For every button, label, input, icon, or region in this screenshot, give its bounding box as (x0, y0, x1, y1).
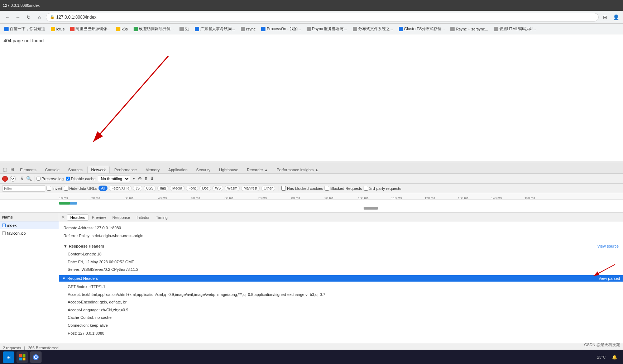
filter-type-all[interactable]: All (99, 186, 107, 191)
bookmark-processon[interactable]: ProcessOn - 我的... (259, 25, 303, 32)
status-requests: 2 requests (3, 346, 21, 350)
stop-button[interactable]: ⟳ (10, 176, 16, 182)
details-tab-timing[interactable]: Timing (153, 215, 171, 220)
filter-type-img[interactable]: Img (157, 186, 168, 191)
taskbar-apps (30, 351, 42, 363)
details-tab-headers[interactable]: Headers (67, 214, 88, 221)
request-headers-toggle[interactable]: ▼ Request Headers (62, 276, 98, 281)
bookmark-icon-wangyi (134, 27, 138, 31)
tick-120ms: 120 ms (425, 196, 435, 200)
responsive-icon[interactable]: ⊞ (9, 166, 15, 173)
bookmark-51[interactable]: 51 (177, 26, 191, 32)
tab-elements[interactable]: Elements (16, 166, 40, 173)
req-connection-row: Connection: keep-alive (68, 322, 619, 330)
filter-type-font[interactable]: Font (186, 186, 198, 191)
has-blocked-cookies-checkbox[interactable]: Has blocked cookies (281, 186, 323, 191)
details-tab-preview[interactable]: Preview (89, 215, 109, 220)
tick-90ms: 90 ms (325, 196, 334, 200)
tab-sources[interactable]: Sources (64, 166, 86, 173)
file-item-index[interactable]: index (0, 221, 59, 229)
preserve-log-checkbox[interactable]: Preserve log (37, 177, 64, 181)
filter-type-wasm[interactable]: Wasm (225, 186, 240, 191)
hide-data-urls-input[interactable] (64, 186, 68, 191)
bookmark-glusterfs[interactable]: GlusterFS分布式存储... (397, 25, 447, 32)
has-blocked-cookies-input[interactable] (281, 186, 286, 191)
accept-key: Accept: (68, 292, 82, 297)
third-party-input[interactable] (364, 186, 368, 191)
bookmark-icon-lotus (51, 27, 55, 31)
details-tab-initiator[interactable]: Initiator (134, 215, 152, 220)
preserve-log-input[interactable] (37, 177, 40, 181)
blocked-requests-label: Blocked Requests (330, 186, 362, 191)
bookmark-guangdong[interactable]: 广东省人事考试局... (193, 25, 237, 32)
wifi-icon[interactable]: ⊝ (138, 176, 142, 181)
download-icon[interactable]: ⬇ (150, 176, 154, 181)
back-button[interactable]: ← (3, 13, 11, 21)
filter-type-fetchxhr[interactable]: Fetch/XHR (109, 186, 131, 191)
reload-button[interactable]: ↻ (24, 13, 33, 21)
start-button[interactable]: ⊞ (3, 351, 14, 363)
filter-type-css[interactable]: CSS (144, 186, 156, 191)
address-bar[interactable]: 🔒 127.0.0.1:8080/index (46, 13, 599, 21)
invert-checkbox[interactable]: Invert (47, 186, 62, 191)
tab-performance[interactable]: Performance (110, 166, 141, 173)
inspect-icon[interactable]: ⬚ (1, 166, 8, 173)
network-toolbar: ⟳ ⊽ 🔍 Preserve log Disable cache No thro… (0, 174, 623, 184)
invert-input[interactable] (47, 186, 51, 191)
filter-type-manifest[interactable]: Manifest (241, 186, 260, 191)
bookmark-rsync[interactable]: rsync (239, 26, 258, 32)
filter-type-ws[interactable]: WS (212, 186, 223, 191)
filter-type-media[interactable]: Media (170, 186, 184, 191)
taskbar-app-1[interactable] (16, 351, 28, 363)
blocked-requests-checkbox[interactable]: Blocked Requests (325, 186, 362, 191)
taskbar-app-browser[interactable] (30, 351, 42, 363)
filter-icon[interactable]: ⊽ (20, 176, 24, 181)
home-button[interactable]: ⌂ (35, 13, 44, 21)
bookmark-k8s[interactable]: k8s (114, 26, 130, 32)
view-parsed-link[interactable]: View parsed (599, 276, 620, 281)
tab-recorder[interactable]: Recorder ▲ (243, 166, 272, 173)
filter-type-js[interactable]: JS (133, 186, 142, 191)
forward-button[interactable]: → (14, 13, 22, 21)
tick-10ms: 10 ms (59, 196, 68, 200)
record-button[interactable] (2, 176, 8, 182)
response-headers-toggle[interactable]: ▼ Response Headers (63, 243, 104, 250)
disable-cache-input[interactable] (66, 177, 70, 181)
bookmark-baidu[interactable]: 百度一下，你就知道 (2, 25, 47, 32)
tab-performance-insights[interactable]: Performance insights ▲ (273, 166, 322, 173)
blocked-requests-input[interactable] (325, 186, 329, 191)
filter-input[interactable] (2, 185, 45, 192)
bookmark-distributed[interactable]: 分布式文件系统之... (351, 25, 395, 32)
details-tab-response[interactable]: Response (110, 215, 133, 220)
referrer-policy-text: Referrer Policy: strict-origin-when-cros… (63, 234, 143, 238)
filter-type-doc[interactable]: Doc (200, 186, 211, 191)
tab-network[interactable]: Network (87, 166, 110, 173)
tab-lighthouse[interactable]: Lighthouse (215, 166, 242, 173)
extensions-button[interactable]: ⊞ (601, 13, 609, 21)
hide-data-urls-checkbox[interactable]: Hide data URLs (64, 186, 97, 191)
throttle-select[interactable]: No throttling (98, 176, 130, 182)
tab-memory[interactable]: Memory (142, 166, 164, 173)
tab-application[interactable]: Application (164, 166, 192, 173)
view-source-link[interactable]: View source (597, 244, 619, 248)
bookmark-wangyi[interactable]: 欢迎访问网易开源... (131, 25, 176, 32)
throttle-dropdown-icon[interactable]: ▼ (132, 177, 136, 181)
file-item-favicon[interactable]: favicon.ico (0, 229, 59, 237)
bookmark-lotus[interactable]: lotus (49, 26, 67, 32)
details-close-button[interactable]: ✕ (61, 215, 65, 220)
disable-cache-checkbox[interactable]: Disable cache (66, 177, 96, 181)
third-party-checkbox[interactable]: 3rd-party requests (364, 186, 401, 191)
bookmark-label-processon: ProcessOn - 我的... (267, 26, 301, 32)
bookmark-rsync2[interactable]: Rsync 服务部署与... (305, 25, 349, 32)
tab-console[interactable]: Console (41, 166, 63, 173)
details-tabs: ✕ Headers Preview Response Initiator Tim… (59, 213, 623, 222)
bookmark-html[interactable]: 设置HTML编码为U... (492, 25, 538, 32)
profile-button[interactable]: 👤 (612, 13, 620, 21)
upload-icon[interactable]: ⬆ (144, 176, 148, 181)
bookmark-rsync-sersync[interactable]: Rsync + sersync... (448, 26, 490, 32)
search-icon[interactable]: 🔍 (26, 176, 32, 181)
notification-button[interactable]: 🔔 (609, 351, 620, 363)
bookmark-alibaba[interactable]: 阿里巴巴开源镜像... (68, 25, 112, 32)
filter-type-other[interactable]: Other (261, 186, 275, 191)
tab-security[interactable]: Security (192, 166, 214, 173)
